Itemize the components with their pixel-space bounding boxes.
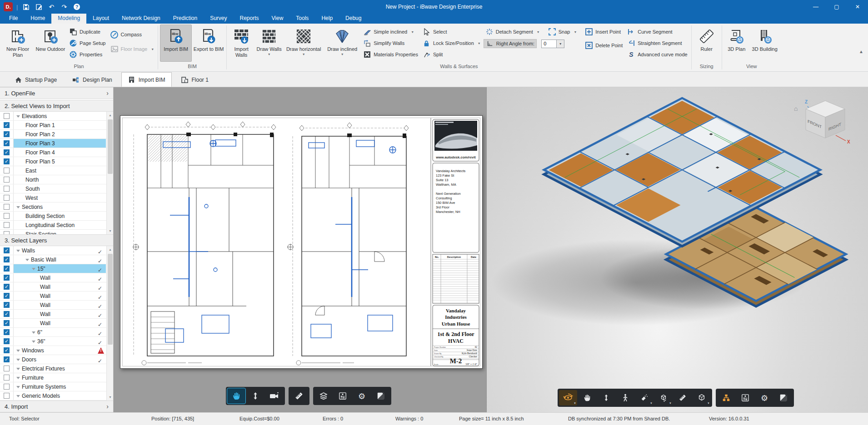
- right-angle-value[interactable]: 0: [541, 40, 557, 48]
- delete-point-button[interactable]: Delete Point: [583, 41, 624, 50]
- save-icon[interactable]: [21, 2, 30, 11]
- checkbox[interactable]: [4, 140, 10, 146]
- menu-debug[interactable]: Debug: [339, 14, 368, 24]
- tab-import-bim[interactable]: Import BIM: [121, 72, 172, 87]
- menu-modeling[interactable]: Modeling: [51, 14, 86, 24]
- view-row[interactable]: Building Section: [0, 212, 113, 221]
- display-settings-button[interactable]: [736, 390, 754, 405]
- draw-horizontal-button[interactable]: Draw horizontal ▼: [284, 25, 323, 62]
- menu-network-design[interactable]: Network Design: [115, 14, 167, 24]
- scroll-thumb[interactable]: [108, 254, 113, 345]
- checkbox[interactable]: [4, 195, 10, 201]
- curve-segment-button[interactable]: Curve Segment: [625, 27, 689, 36]
- checkbox[interactable]: [4, 177, 10, 183]
- view-row[interactable]: Floor Plan 2: [0, 130, 113, 139]
- snapshot-button[interactable]: [774, 390, 793, 405]
- 3d-viewport[interactable]: ⌂ Z FRONT RIGHT X ▼: [486, 87, 868, 412]
- redo-icon[interactable]: ↷: [60, 2, 69, 11]
- checkbox[interactable]: [4, 329, 10, 335]
- views-scrollbar[interactable]: ▲ ▼: [106, 112, 113, 234]
- checkbox[interactable]: [4, 393, 10, 399]
- layer-row[interactable]: Wall: [0, 319, 113, 328]
- draw-walls-button[interactable]: Draw Walls ▼: [255, 25, 283, 62]
- menu-home[interactable]: Home: [24, 14, 51, 24]
- view-row[interactable]: Longitudinal Section: [0, 221, 113, 230]
- section-import[interactable]: 4. Import›: [0, 400, 113, 412]
- elevation-button[interactable]: [246, 388, 264, 404]
- import-bim-button[interactable]: iBw Import BIM: [160, 25, 192, 62]
- view-row[interactable]: Floor Plan 5: [0, 157, 113, 166]
- rotate-model-button[interactable]: ▼: [654, 390, 673, 405]
- components-tree-button[interactable]: [717, 390, 735, 405]
- layer-row[interactable]: Generic Models: [0, 391, 113, 400]
- pan-hand-button[interactable]: [227, 388, 245, 404]
- checkbox[interactable]: [4, 204, 10, 210]
- light-button[interactable]: ▼: [635, 390, 653, 405]
- maximize-button[interactable]: ▢: [826, 0, 847, 14]
- checkbox[interactable]: [4, 366, 10, 371]
- checkbox[interactable]: [4, 293, 10, 299]
- layer-row[interactable]: Electrical Fixtures: [0, 364, 113, 373]
- checkbox[interactable]: [4, 338, 10, 344]
- view-row[interactable]: Floor Plan 4: [0, 148, 113, 157]
- new-floor-plan-button[interactable]: New Floor Plan: [2, 25, 34, 62]
- ibwave-logo-icon[interactable]: D.: [4, 2, 13, 11]
- menu-file[interactable]: File: [3, 14, 24, 24]
- scroll-down-icon[interactable]: ▼: [107, 394, 113, 400]
- straighten-segment-button[interactable]: Straighten Segment: [625, 39, 689, 48]
- checkbox[interactable]: [4, 131, 10, 137]
- checkbox[interactable]: [4, 275, 10, 281]
- checkbox[interactable]: [4, 222, 10, 228]
- snap-button[interactable]: Snap▼: [546, 27, 579, 36]
- close-button[interactable]: ✕: [847, 0, 868, 14]
- floor-image-button[interactable]: Floor Image▼: [109, 44, 156, 54]
- checkbox[interactable]: [4, 356, 10, 362]
- ruler-button[interactable]: Ruler: [693, 25, 720, 62]
- menu-tools[interactable]: Tools: [289, 14, 315, 24]
- menu-prediction[interactable]: Prediction: [167, 14, 204, 24]
- measure-button[interactable]: [290, 388, 308, 404]
- split-button[interactable]: Split: [421, 50, 483, 59]
- undo-icon[interactable]: ↶: [47, 2, 56, 11]
- scroll-down-icon[interactable]: ▼: [107, 227, 113, 234]
- pan-hand-button[interactable]: [578, 390, 596, 405]
- display-settings-button[interactable]: [334, 388, 352, 404]
- insert-point-button[interactable]: Insert Point: [583, 27, 624, 36]
- layer-row[interactable]: Wall: [0, 282, 113, 292]
- menu-help[interactable]: Help: [315, 14, 339, 24]
- layer-row[interactable]: Doors: [0, 355, 113, 364]
- checkbox[interactable]: [4, 186, 10, 192]
- checkbox[interactable]: [4, 320, 10, 326]
- layer-row[interactable]: Furniture Systems: [0, 382, 113, 391]
- layers-button[interactable]: [314, 388, 333, 404]
- view-row[interactable]: Stair Section: [0, 230, 113, 234]
- tab-design-plan[interactable]: Design Plan: [66, 73, 119, 87]
- view-row[interactable]: South: [0, 184, 113, 193]
- view-cube[interactable]: ⌂ Z FRONT RIGHT X: [794, 99, 850, 144]
- checkbox[interactable]: [4, 247, 10, 253]
- detach-segment-button[interactable]: Detach Segment▼: [484, 27, 542, 36]
- layer-row[interactable]: Wall: [0, 301, 113, 310]
- bim-preview-canvas[interactable]: www.autodesk.com/revit Vandalay Architec…: [114, 87, 486, 412]
- new-outdoor-button[interactable]: New Outdoor: [35, 25, 66, 62]
- menu-view[interactable]: View: [265, 14, 290, 24]
- checkbox[interactable]: [4, 113, 10, 119]
- measure-button[interactable]: [673, 390, 692, 405]
- menu-reports[interactable]: Reports: [234, 14, 265, 24]
- layer-row[interactable]: Furniture: [0, 373, 113, 382]
- section-open-file[interactable]: 1. OpenFile›: [0, 87, 113, 99]
- view-row[interactable]: Elevations: [0, 112, 113, 121]
- select-button[interactable]: Select: [421, 27, 483, 36]
- snapshot-button[interactable]: [372, 388, 390, 404]
- layer-row[interactable]: Wall: [0, 292, 113, 301]
- checkbox[interactable]: [4, 168, 10, 173]
- lock-size-position-button[interactable]: Lock Size/Position▼: [421, 39, 483, 48]
- menu-layout[interactable]: Layout: [86, 14, 115, 24]
- elevation-button[interactable]: [597, 390, 615, 405]
- checkbox[interactable]: [4, 375, 10, 381]
- simple-inclined-button[interactable]: Simple inclined▼: [361, 27, 420, 36]
- menu-survey[interactable]: Survey: [204, 14, 233, 24]
- checkbox[interactable]: [4, 302, 10, 308]
- checkbox[interactable]: [4, 311, 10, 317]
- scroll-up-icon[interactable]: ▲: [107, 112, 113, 119]
